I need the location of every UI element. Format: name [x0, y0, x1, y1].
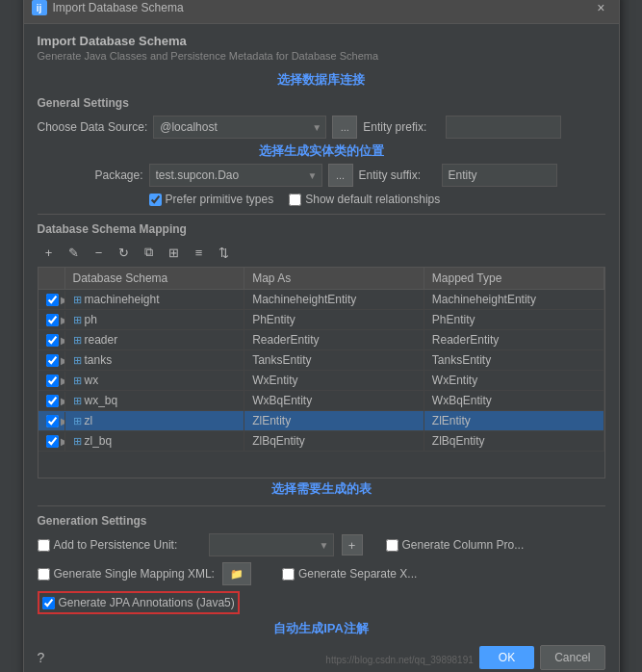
- datasource-select-wrapper[interactable]: @localhost ▼: [153, 116, 326, 139]
- copy-button[interactable]: ⧉: [138, 242, 161, 263]
- package-select-wrapper[interactable]: test.supcon.Dao ▼: [149, 164, 322, 187]
- gen-row-3: Generate JPA Annotations (Java5): [38, 591, 240, 614]
- table-icon: ⊞: [73, 435, 82, 448]
- table-row[interactable]: ▶ ⊞ zl_bq ZlBqEntity ZlBqEntity: [39, 431, 604, 452]
- persistence-add-button[interactable]: +: [342, 534, 363, 556]
- ok-button[interactable]: OK: [479, 646, 534, 669]
- single-mapping-browse-button[interactable]: 📁: [222, 562, 251, 585]
- show-default-relationships-checkbox[interactable]: Show default relationships: [289, 193, 440, 206]
- generate-column-label: Generate Column Pro...: [402, 538, 525, 552]
- table-icon: ⊞: [73, 314, 82, 326]
- persistence-unit-label: Add to Persistence Unit:: [54, 538, 178, 552]
- separate-x-label: Generate Separate X...: [298, 567, 417, 581]
- package-browse-button[interactable]: ...: [328, 164, 353, 187]
- persistence-unit-select[interactable]: [210, 536, 333, 554]
- table-icon: ⊞: [73, 334, 82, 347]
- sort-button[interactable]: ⇅: [213, 242, 236, 263]
- import-dialog: ij Import Database Schema × Import Datab…: [23, 0, 620, 672]
- entity-prefix-input[interactable]: [446, 116, 561, 139]
- jpa-annotations-checkbox[interactable]: Generate JPA Annotations (Java5): [42, 596, 235, 609]
- col-check: [39, 268, 65, 289]
- edit-button[interactable]: ✎: [63, 242, 86, 263]
- expand-button[interactable]: ⊞: [163, 242, 186, 263]
- table-row-selected[interactable]: ▶ ⊞ zl ZlEntity ZlEntity: [39, 411, 604, 431]
- add-button[interactable]: +: [38, 242, 61, 263]
- prefer-primitive-checkbox[interactable]: Prefer primitive types: [149, 193, 274, 206]
- table-icon: ⊞: [73, 395, 82, 407]
- gen-row-2: Generate Single Mapping XML: 📁 Generate …: [38, 562, 605, 585]
- entity-suffix-input[interactable]: [442, 164, 557, 187]
- watermark-text: https://blog.csdn.net/qq_39898191: [325, 655, 473, 665]
- table-row[interactable]: ▶ ⊞ wx_bq WxBqEntity WxBqEntity: [39, 391, 604, 411]
- package-label: Package:: [38, 168, 143, 182]
- separate-x-checkbox[interactable]: Generate Separate X...: [282, 567, 446, 581]
- dialog-section-subtitle: Generate Java Classes and Persistence Me…: [38, 50, 605, 62]
- single-mapping-label: Generate Single Mapping XML:: [54, 567, 215, 581]
- title-bar-left: ij Import Database Schema: [32, 0, 184, 15]
- options-row: Prefer primitive types Show default rela…: [149, 193, 605, 206]
- prefer-primitive-label: Prefer primitive types: [166, 193, 274, 206]
- db-schema-mapping-label: Database Schema Mapping: [38, 222, 605, 236]
- annotation-table: 选择需要生成的表: [38, 480, 605, 498]
- cancel-button[interactable]: Cancel: [540, 645, 604, 670]
- col-database-schema: Database Schema: [65, 268, 245, 289]
- table-row[interactable]: ▶ ⊞ tanks TanksEntity TanksEntity: [39, 350, 604, 371]
- table-row[interactable]: ▶ ⊞ ph PhEntity PhEntity: [39, 310, 604, 330]
- title-bar: ij Import Database Schema ×: [24, 0, 619, 24]
- generate-column-checkbox[interactable]: Generate Column Pro...: [386, 538, 550, 552]
- help-button[interactable]: ?: [38, 650, 45, 665]
- datasource-browse-button[interactable]: ...: [332, 116, 357, 139]
- dialog-section-title: Import Database Schema: [38, 34, 605, 48]
- datasource-select[interactable]: @localhost: [154, 118, 325, 136]
- package-row: Package: test.supcon.Dao ▼ ... Entity su…: [38, 164, 605, 187]
- annotation-package: 选择生成实体类的位置: [38, 142, 605, 160]
- show-default-relationships-label: Show default relationships: [305, 193, 440, 206]
- schema-table[interactable]: Database Schema Map As Mapped Type ▶ ⊞ m…: [38, 267, 605, 478]
- table-icon: ⊞: [73, 294, 82, 306]
- table-header: Database Schema Map As Mapped Type: [39, 268, 604, 290]
- table-icon: ⊞: [73, 354, 82, 367]
- dialog-title: Import Database Schema: [53, 1, 184, 14]
- close-button[interactable]: ×: [591, 0, 610, 17]
- persistence-unit-select-wrapper[interactable]: ▼: [209, 533, 334, 556]
- table-row[interactable]: ▶ ⊞ wx WxEntity WxEntity: [39, 371, 604, 391]
- datasource-row: Choose Data Source: @localhost ▼ ... Ent…: [38, 116, 605, 139]
- annotation-datasource: 选择数据库连接: [38, 71, 605, 89]
- table-icon: ⊞: [73, 415, 82, 427]
- footer-row: ? https://blog.csdn.net/qq_39898191 OK C…: [38, 645, 605, 670]
- jpa-label: Generate JPA Annotations (Java5): [59, 596, 235, 609]
- table-icon: ⊞: [73, 375, 82, 387]
- remove-button[interactable]: −: [88, 242, 111, 263]
- gen-row-1: Add to Persistence Unit: ▼ + Generate Co…: [38, 533, 605, 556]
- annotation-jpa: 自动生成IPA注解: [38, 620, 605, 637]
- persistence-unit-checkbox[interactable]: Add to Persistence Unit:: [38, 538, 201, 552]
- align-button[interactable]: ≡: [188, 242, 211, 263]
- datasource-label: Choose Data Source:: [38, 120, 148, 134]
- entity-suffix-label: Entity suffix:: [359, 168, 436, 182]
- dialog-body: Import Database Schema Generate Java Cla…: [24, 24, 619, 672]
- table-row[interactable]: ▶ ⊞ reader ReaderEntity ReaderEntity: [39, 330, 604, 350]
- col-mapped-type: Mapped Type: [424, 268, 604, 289]
- generation-settings-label: Generation Settings: [38, 514, 605, 528]
- entity-prefix-label: Entity prefix:: [363, 120, 440, 134]
- app-icon: ij: [32, 0, 47, 15]
- table-row[interactable]: ▶ ⊞ machineheight MachineheightEntity Ma…: [39, 290, 604, 310]
- refresh-button[interactable]: ↻: [113, 242, 136, 263]
- mapping-toolbar: + ✎ − ↻ ⧉ ⊞ ≡ ⇅: [38, 242, 605, 263]
- single-mapping-checkbox[interactable]: Generate Single Mapping XML:: [38, 567, 215, 581]
- package-select[interactable]: test.supcon.Dao: [150, 167, 321, 184]
- col-map-as: Map As: [244, 268, 424, 289]
- general-settings-label: General Settings: [38, 96, 605, 110]
